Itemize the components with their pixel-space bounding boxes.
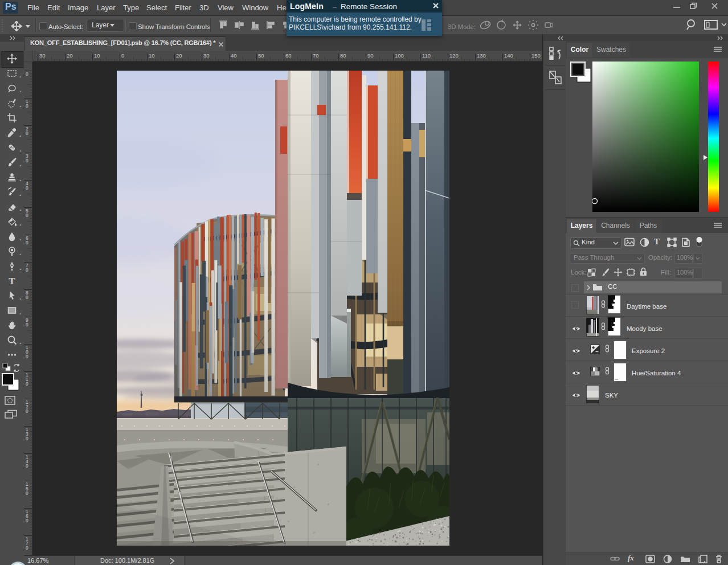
- svg-text:90: 90: [367, 52, 374, 59]
- svg-text:0: 0: [26, 436, 28, 441]
- svg-text:30: 30: [39, 52, 46, 59]
- svg-text:0: 0: [26, 490, 28, 496]
- svg-text:0: 0: [26, 518, 28, 523]
- svg-text:0: 0: [26, 354, 28, 359]
- svg-text:0: 0: [26, 381, 28, 387]
- svg-text:130: 130: [477, 52, 486, 59]
- svg-text:80: 80: [340, 52, 346, 59]
- svg-text:0: 0: [26, 240, 28, 245]
- svg-text:10: 10: [94, 52, 100, 59]
- svg-text:50: 50: [258, 52, 264, 59]
- svg-text:0: 0: [26, 130, 28, 136]
- svg-text:0: 0: [26, 545, 28, 551]
- svg-text:0: 0: [26, 103, 28, 109]
- svg-text:30: 30: [203, 52, 210, 59]
- svg-text:0: 0: [26, 212, 28, 218]
- svg-text:0: 0: [26, 294, 28, 300]
- svg-text:20: 20: [67, 52, 73, 59]
- svg-text:0: 0: [26, 267, 28, 273]
- svg-text:0: 0: [26, 463, 28, 469]
- svg-text:0: 0: [26, 158, 28, 163]
- svg-text:60: 60: [285, 52, 292, 59]
- svg-text:120: 120: [449, 52, 459, 59]
- svg-text:0: 0: [26, 71, 28, 77]
- svg-text:110: 110: [422, 52, 431, 59]
- svg-text:0: 0: [26, 408, 28, 414]
- svg-text:150: 150: [531, 52, 541, 59]
- svg-text:T: T: [9, 276, 15, 286]
- svg-text:20: 20: [176, 52, 182, 59]
- svg-text:10: 10: [149, 52, 155, 59]
- svg-text:100: 100: [395, 52, 404, 59]
- svg-text:0: 0: [26, 322, 28, 327]
- svg-text:0: 0: [26, 185, 28, 191]
- svg-text:0: 0: [121, 52, 124, 59]
- svg-text:40: 40: [231, 52, 237, 59]
- svg-text:140: 140: [504, 52, 513, 59]
- svg-text:70: 70: [313, 52, 319, 59]
